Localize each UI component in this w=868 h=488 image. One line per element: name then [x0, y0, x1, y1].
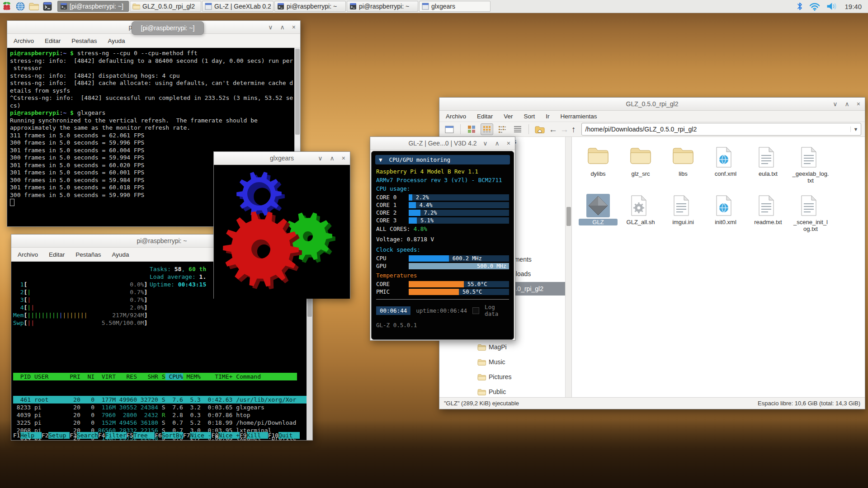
sidebar-item-pictures[interactable]: Pictures	[477, 373, 512, 380]
menu-item-archivo[interactable]: Archivo	[446, 113, 466, 120]
sidebar-item-magpi[interactable]: MagPi	[477, 343, 507, 351]
menu-item-ir[interactable]: Ir	[546, 113, 549, 120]
close-icon[interactable]: ×	[342, 155, 345, 162]
sidebar-item-music[interactable]: Music	[477, 358, 505, 366]
maximize-icon[interactable]: ∧	[495, 140, 500, 147]
maximize-icon[interactable]: ∧	[280, 23, 285, 31]
icon-view-icon[interactable]	[481, 123, 493, 135]
menu-item-ver[interactable]: Ver	[504, 113, 513, 120]
log-data-label[interactable]: Log data	[485, 304, 509, 317]
glz-bar-fill	[409, 281, 464, 287]
log-data-checkbox[interactable]	[472, 307, 479, 314]
file-item-conf.xml[interactable]: conf.xml	[706, 145, 745, 177]
file-item-libs[interactable]: libs	[663, 145, 703, 177]
file-item-_scene_init_log.txt[interactable]: _scene_init_log.txt	[791, 194, 830, 232]
minimize-icon[interactable]: ∨	[268, 23, 273, 31]
taskbar-window-button[interactable]: pi@raspberrypi: ~	[347, 1, 418, 12]
menu-item-archivo[interactable]: Archivo	[14, 38, 34, 44]
file-item-init0.xml[interactable]: init0.xml	[706, 194, 745, 225]
taskbar-window-button[interactable]: pi@raspberrypi: ~	[274, 1, 346, 12]
taskbar-window-button[interactable]: [pi@raspberrypi: ~]	[57, 1, 129, 12]
file-item-readme.txt[interactable]: readme.txt	[748, 194, 788, 225]
menu-item-ayuda[interactable]: Ayuda	[108, 38, 125, 44]
htop-function-bar[interactable]: F1Help F2Setup F3SearchF4FilterF5Tree F6…	[13, 432, 300, 439]
maximize-icon[interactable]: ∧	[845, 100, 849, 108]
thumbnail-view-icon[interactable]	[465, 123, 478, 135]
file-item-glz_all.sh[interactable]: GLZ_all.sh	[621, 194, 660, 225]
folder-icon	[671, 145, 695, 169]
sidebar-scrollbar-thumb[interactable]	[566, 207, 571, 226]
terminal-line: stress-ng: info: [4842] defaulting to a …	[10, 57, 297, 65]
htop-process-row[interactable]: 3225 pi 20 0 152M 49456 36180 S 0.7 5.2 …	[13, 419, 312, 427]
maximize-icon[interactable]: ∧	[330, 155, 335, 162]
terminal-launcher-icon[interactable]	[41, 0, 54, 12]
file-manager-icon[interactable]	[27, 0, 41, 12]
menu-item-editar[interactable]: Editar	[45, 38, 61, 44]
back-icon[interactable]: ←	[549, 125, 557, 134]
htop-process-row[interactable]: 8233 pi 20 0 116M 30552 24384 S 7.6 3.2 …	[13, 404, 312, 411]
glz-bar-value: 50.5°C	[462, 289, 482, 295]
forward-icon[interactable]: →	[560, 125, 569, 134]
bluetooth-icon[interactable]	[797, 2, 803, 11]
close-icon[interactable]: ×	[292, 23, 296, 31]
sidebar-item-public[interactable]: Public	[477, 388, 506, 395]
folder-icon	[629, 145, 652, 169]
path-input[interactable]: /home/pi/Downloads/GLZ_0.5.0_rpi_gl2	[582, 126, 851, 133]
sidebar-splitter[interactable]	[571, 137, 572, 399]
compact-view-icon[interactable]	[496, 123, 509, 135]
file-item-glz_src[interactable]: glz_src	[621, 145, 660, 177]
close-icon[interactable]: ×	[857, 100, 860, 108]
file-label: _scene_init_log.txt	[791, 219, 830, 232]
menu-item-herramientas[interactable]: Herramientas	[561, 113, 597, 120]
taskbar-button-label: pi@raspberrypi: ~	[359, 3, 409, 10]
htop-process-row[interactable]: 4039 pi 20 0 7960 2800 2432 R 2.8 0.3 0:…	[13, 411, 312, 419]
minimize-icon[interactable]: ∨	[833, 100, 837, 108]
file-manager-titlebar[interactable]: GLZ_0.5.0_rpi_gl2 ∨∧×	[439, 98, 865, 111]
file-item-eula.txt[interactable]: eula.txt	[748, 145, 788, 177]
glz-section-header[interactable]: ▼ CPU/GPU monitoring	[375, 155, 510, 164]
sidebar-scrollbar[interactable]	[565, 137, 572, 399]
htop-table-header[interactable]: PID USER PRI NI VIRT RES SHR S CPU% MEM%…	[13, 373, 297, 380]
htop-process-row[interactable]: 461 root 20 0 177M 49960 32720 S 7.6 5.3…	[13, 396, 312, 404]
up-icon[interactable]: ↑	[571, 125, 576, 134]
taskbar-window-button[interactable]: GLZ_0.5.0_rpi_gl2	[130, 1, 201, 12]
file-label: GLZ	[579, 219, 618, 225]
clock[interactable]: 19:40	[844, 3, 862, 10]
terminal-scrollbar-thumb[interactable]	[295, 49, 300, 135]
home-icon[interactable]	[533, 123, 546, 135]
folder-icon	[477, 344, 486, 351]
glz-bar-row: GPU500.0 MHz	[376, 263, 509, 269]
glxgears-titlebar[interactable]: glxgears ∨∧×	[214, 152, 350, 165]
minimize-icon[interactable]: ∨	[483, 140, 487, 147]
file-item-imgui.ini[interactable]: imgui.ini	[663, 194, 703, 225]
close-icon[interactable]: ×	[507, 140, 510, 147]
voltage-value: 0.8718 V	[407, 236, 434, 243]
path-dropdown-icon[interactable]: ▼	[850, 127, 861, 132]
wifi-icon[interactable]	[809, 2, 820, 11]
menu-item-pestañas[interactable]: Pestañas	[71, 38, 97, 44]
taskbar-window-button[interactable]: glxgears	[419, 1, 491, 12]
taskbar-window-button[interactable]: GL-Z | GeeXLab 0.29....	[202, 1, 274, 12]
raspberry-menu-icon[interactable]	[0, 0, 14, 12]
menu-item-sort[interactable]: Sort	[524, 113, 535, 120]
glz-titlebar[interactable]: GL-Z | Gee...0 | V3D 4.2 ∨∧×	[370, 137, 515, 150]
menu-item-ayuda[interactable]: Ayuda	[112, 251, 129, 258]
new-tab-icon[interactable]	[443, 123, 456, 135]
volume-icon[interactable]	[826, 2, 838, 11]
htop-stat-line: Load average: 1.	[150, 273, 206, 281]
window-title: GLZ_0.5.0_rpi_gl2	[626, 100, 679, 108]
path-bar[interactable]: /home/pi/Downloads/GLZ_0.5.0_rpi_gl2 ▼	[581, 123, 862, 136]
file-item-_geexlab_log.txt[interactable]: _geexlab_log.txt	[791, 145, 830, 184]
detail-view-icon[interactable]	[511, 123, 524, 135]
file-item-dylibs[interactable]: dylibs	[578, 145, 618, 177]
menu-item-pestañas[interactable]: Pestañas	[75, 251, 101, 258]
menu-item-editar[interactable]: Editar	[477, 113, 493, 120]
window-title: pi@raspberrypi: ~	[137, 237, 187, 244]
terminal-line: 311 frames in 5.0 seconds = 62.061 FPS	[10, 132, 297, 140]
file-item-glz[interactable]: GLZ	[578, 194, 618, 225]
menu-item-editar[interactable]: Editar	[49, 251, 65, 258]
glz-bar-value: 500.0 MHz	[477, 263, 506, 269]
menu-item-archivo[interactable]: Archivo	[18, 251, 38, 258]
minimize-icon[interactable]: ∨	[318, 155, 322, 162]
web-browser-icon[interactable]	[14, 0, 27, 12]
